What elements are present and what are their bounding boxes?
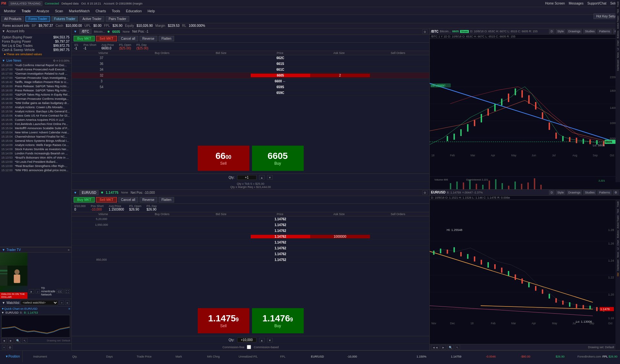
news-item-10[interactable]: 15:15:58Analyst Actions: Cowen Lifts Mov…	[0, 105, 71, 109]
home-screen-btn[interactable]: Home Screen	[545, 2, 565, 5]
news-item-5[interactable]: 15:16:00Press Release: S&PGR Takes Rtg A…	[0, 84, 71, 88]
eurusd-gear-chart[interactable]: ⚙	[613, 190, 619, 195]
sidebar-settings-btn[interactable]: ⚙	[7, 345, 13, 349]
btc-reverse-btn[interactable]: Reverse	[140, 36, 157, 41]
btc-big-buy-btn[interactable]: 6605 Buy	[252, 146, 304, 171]
eurusd-cancel-btn[interactable]: Cancel all	[118, 197, 138, 203]
news-item-18[interactable]: 15:15:04General Micro Systems Brings Art…	[0, 139, 71, 143]
support-btn[interactable]: Support/Chat	[587, 2, 606, 5]
eurusd-buy-mkt-btn[interactable]: Buy MKT	[74, 197, 95, 203]
btc-news-tab[interactable]: News	[617, 52, 619, 58]
watchlist-btn[interactable]: +	[59, 300, 64, 305]
ocr-tab[interactable]: Ocr	[617, 273, 619, 276]
btc-chart-tab[interactable]: Chart	[617, 40, 619, 46]
eurusd-chart-next[interactable]: ►	[441, 345, 446, 349]
btc-qty-up[interactable]: ▲	[259, 175, 265, 180]
news-item-15[interactable]: 15:15:04Meritoff® Announces Scalable Sui…	[0, 126, 71, 130]
btc-chart-d-btn[interactable]: D	[549, 29, 554, 34]
btc-buttons-tab[interactable]: Buttons	[617, 31, 619, 38]
news-item-24[interactable]: 15:13:00*Real Brazilian Strengthens Afte…	[0, 164, 71, 168]
news-item-19[interactable]: 15:14:09Analyst Actions: Wells Fargo Rai…	[0, 143, 71, 147]
eurusd-ts-tab[interactable]: T&S	[617, 209, 619, 213]
forex-trader-btn[interactable]: Forex Trader	[26, 16, 50, 22]
btc-arrow[interactable]: ▼	[74, 30, 77, 33]
watchlist-select[interactable]: <select watchlist>	[21, 300, 58, 305]
pairs-trader-btn[interactable]: Pairs Trader	[106, 16, 129, 22]
eurusd-flatten-btn[interactable]: Flatten	[159, 197, 174, 203]
btc-l2-tab[interactable]: L2	[617, 48, 619, 50]
eurusd-chart-prev[interactable]: ◄◄	[431, 345, 439, 349]
eurusd-qty-down[interactable]: ▼	[267, 338, 273, 342]
btc-sell-mkt-btn[interactable]: Sell MKT	[96, 36, 117, 41]
menu-help[interactable]: Help	[145, 8, 158, 14]
btc-cancel-btn[interactable]: Cancel all	[118, 36, 138, 41]
btc-active-trader-tab[interactable]: Active Trader	[617, 16, 619, 29]
news-item-25[interactable]: 15:12:00*MW PBG announces global price i…	[0, 168, 71, 172]
futures-trader-btn[interactable]: Futures Trader	[51, 16, 79, 22]
news-item-2[interactable]: 15:17:00*German Investigation Related to…	[0, 72, 71, 76]
eurusd-trade-tab[interactable]: Trade	[617, 201, 619, 207]
news-item-17[interactable]: 15:15:04ChannelAdvisor Named Finalist fo…	[0, 135, 71, 139]
chart-cursor-btn[interactable]: ↖	[22, 338, 27, 343]
tv-cc-btn[interactable]: CC	[57, 289, 63, 294]
eurusd-buttons-tab[interactable]: Buttons	[617, 230, 619, 238]
news-item-14[interactable]: 15:15:05ForLikeMinds Launches First Onli…	[0, 122, 71, 126]
news-item-16[interactable]: 15:15:04New Wine Lovers' Advent Calendar…	[0, 130, 71, 135]
news-item-8[interactable]: 15:16:00*German Prosecutor Confirms Inve…	[0, 97, 71, 101]
eurusd-chart-tab[interactable]: Chart	[617, 240, 619, 245]
news-item-4[interactable]: 15:16:42Tariffs, Wage Inflation Present …	[0, 80, 71, 84]
chart-zoom-btn[interactable]: 🔍	[15, 338, 21, 343]
news-item-0[interactable]: 15:18:00*Audi Confirms Internal Report o…	[0, 63, 71, 68]
tv-fullscreen-btn[interactable]: ⛶	[65, 289, 70, 294]
btc-qty-input[interactable]	[237, 175, 257, 180]
chart-next-btn[interactable]: ►	[8, 338, 14, 343]
menu-education[interactable]: Education	[123, 8, 144, 14]
btc-big-sell-btn[interactable]: 6600 Sell	[198, 146, 249, 171]
menu-analyze[interactable]: Analyze	[34, 8, 52, 14]
eurusd-gear-btn[interactable]: ⚙	[422, 190, 427, 195]
commission-checkbox[interactable]	[247, 345, 251, 349]
account-info-header[interactable]: ▼ Account Info	[0, 28, 71, 34]
menu-monitor[interactable]: Monitor	[1, 8, 18, 14]
eurusd-style-btn[interactable]: Style	[556, 190, 565, 195]
eurusd-l2-tab[interactable]: L2	[617, 247, 619, 250]
eurusd-active-trader-tab[interactable]: Active Trader	[617, 215, 619, 228]
btc-style-btn[interactable]: Style	[556, 29, 565, 34]
btc-qty-down[interactable]: ▼	[267, 175, 273, 180]
btc-flatten-btn[interactable]: Flatten	[159, 36, 174, 41]
btc-patterns-btn[interactable]: Patterns	[597, 29, 612, 34]
menu-tools[interactable]: Tools	[109, 8, 123, 14]
eurusd-big-sell-btn[interactable]: 1.14759 Sell	[198, 308, 249, 333]
eurusd-qty-up[interactable]: ▲	[259, 338, 265, 342]
eurusd-reverse-btn[interactable]: Reverse	[140, 197, 157, 203]
btc-buy-mkt-btn[interactable]: Buy MKT	[74, 36, 95, 41]
chart-prev-btn[interactable]: ◄	[1, 338, 7, 343]
eurusd-chart-cursor[interactable]: ↖	[455, 345, 460, 349]
menu-marketwatch[interactable]: MarketWatch	[66, 8, 92, 14]
eurusd-studies-btn[interactable]: Studies	[583, 190, 596, 195]
news-item-1[interactable]: 15:17:00*South Korea Prosecuted Audi Exe…	[0, 68, 71, 72]
news-item-20[interactable]: 15:14:09Stock Futures Stumble as Investo…	[0, 147, 71, 151]
messages-btn[interactable]: Messages	[569, 2, 583, 5]
news-item-12[interactable]: 15:15:06Kratos Gets US Air Force Contrac…	[0, 114, 71, 118]
eurusd-patterns-btn[interactable]: Patterns	[597, 190, 612, 195]
news-item-6[interactable]: 15:16:00Press Release: S&PGR Takes Rtg A…	[0, 88, 71, 93]
btc-ts-tab[interactable]: T&S	[617, 9, 619, 14]
eurusd-big-buy-btn[interactable]: 1.14769 Buy	[252, 308, 304, 333]
news-item-13[interactable]: 15:15:05Custom America Acquires POS-X LL…	[0, 118, 71, 122]
btc-gear-btn[interactable]: ⚙	[422, 29, 427, 34]
pos-section-header[interactable]: ▼ Position	[3, 351, 23, 362]
active-trader-btn[interactable]: Active Trader	[79, 16, 104, 22]
eurusd-qty-input[interactable]	[237, 338, 257, 342]
eurusd-sell-mkt-btn[interactable]: Sell MKT	[96, 197, 117, 203]
btc-trade-tab[interactable]: Trade	[617, 1, 619, 7]
tv-sound-btn[interactable]: ♪	[36, 289, 40, 294]
news-item-3[interactable]: 15:17:00*German Prosecutor Says Investig…	[0, 76, 71, 80]
eurusd-drawings-btn[interactable]: Drawings	[567, 190, 582, 195]
menu-trade[interactable]: Trade	[19, 8, 33, 14]
watchlist-menu[interactable]: ≡	[65, 300, 69, 305]
btc-drawings-btn[interactable]: Drawings	[567, 29, 582, 34]
eurusd-chart-d-btn[interactable]: D	[549, 190, 554, 195]
eurusd-chart-zoom[interactable]: 🔍	[447, 345, 454, 349]
news-item-7[interactable]: 15:16:00*S&PGR Takes Rtg Actions In Equi…	[0, 93, 71, 97]
